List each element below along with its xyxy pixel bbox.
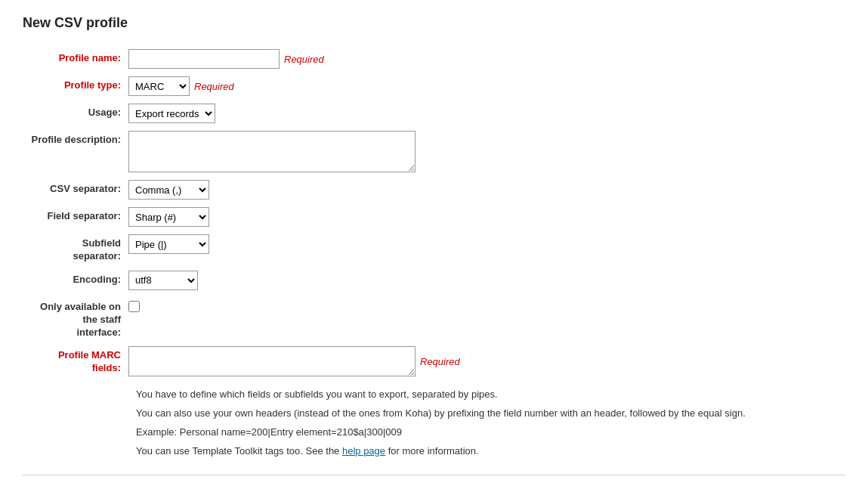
info-line-1: You have to define which fields or subfi… [136,387,845,403]
marc-fields-label: Profile MARCfields: [23,346,128,375]
profile-description-textarea[interactable] [128,131,415,172]
profile-name-required: Required [284,54,324,65]
subfield-separator-select[interactable]: Pipe (|) Sharp (#) Comma (,) Semicolon (… [128,234,209,254]
csv-separator-select[interactable]: Comma (,) Semicolon (;) Tab Pipe (|) [128,180,209,200]
csv-separator-field: Comma (,) Semicolon (;) Tab Pipe (|) [128,180,209,200]
encoding-label: Encoding: [23,271,128,285]
help-page-link[interactable]: help page [342,445,385,457]
profile-type-select[interactable]: MARC Holdings [128,76,190,96]
staff-interface-row: Only available onthe staffinterface: [23,298,845,339]
csv-separator-row: CSV separator: Comma (,) Semicolon (;) T… [23,180,845,200]
subfield-separator-field: Pipe (|) Sharp (#) Comma (,) Semicolon (… [128,234,209,254]
marc-fields-required: Required [420,356,460,367]
info-line-4-pre: You can use Template Toolkit tags too. S… [136,445,342,457]
profile-description-label: Profile description: [23,131,128,147]
staff-interface-label: Only available onthe staffinterface: [23,298,128,339]
profile-name-field: Required [128,49,324,69]
usage-row: Usage: Export records Import records [23,104,845,123]
subfield-separator-label: Subfieldseparator: [23,234,128,263]
field-separator-select[interactable]: Sharp (#) Pipe (|) Comma (,) Semicolon (… [128,207,209,227]
profile-type-field: MARC Holdings Required [128,76,234,96]
profile-name-row: Profile name: Required [23,49,845,69]
profile-name-label: Profile name: [23,49,128,63]
info-line-4-post: for more information. [385,445,479,457]
encoding-select[interactable]: utf8 utf16 iso-8859-1 [128,271,198,290]
info-line-4: You can use Template Toolkit tags too. S… [136,444,845,460]
csv-profile-form: Profile name: Required Profile type: MAR… [23,49,845,483]
profile-type-required: Required [194,81,234,92]
field-separator-row: Field separator: Sharp (#) Pipe (|) Comm… [23,207,845,227]
info-section: You have to define which fields or subfi… [136,387,845,459]
profile-name-input[interactable] [128,49,280,69]
marc-fields-textarea[interactable] [128,346,415,376]
profile-type-row: Profile type: MARC Holdings Required [23,76,845,96]
marc-fields-row: Profile MARCfields: Required [23,346,845,376]
subfield-separator-row: Subfieldseparator: Pipe (|) Sharp (#) Co… [23,234,845,263]
button-row: Submit Cancel [23,475,845,483]
field-separator-field: Sharp (#) Pipe (|) Comma (,) Semicolon (… [128,207,209,227]
marc-fields-field: Required [128,346,460,376]
info-line-2: You can also use your own headers (inste… [136,406,845,422]
profile-description-row: Profile description: [23,131,845,172]
page-title: New CSV profile [23,15,845,31]
encoding-row: Encoding: utf8 utf16 iso-8859-1 [23,271,845,290]
usage-field: Export records Import records [128,104,215,123]
staff-interface-field [128,298,140,312]
profile-description-field [128,131,415,172]
csv-separator-label: CSV separator: [23,180,128,194]
field-separator-label: Field separator: [23,207,128,221]
info-line-3: Example: Personal name=200|Entry element… [136,425,845,441]
encoding-field: utf8 utf16 iso-8859-1 [128,271,198,290]
staff-interface-checkbox[interactable] [128,301,140,312]
usage-label: Usage: [23,104,128,118]
usage-select[interactable]: Export records Import records [128,104,215,123]
profile-type-label: Profile type: [23,76,128,91]
